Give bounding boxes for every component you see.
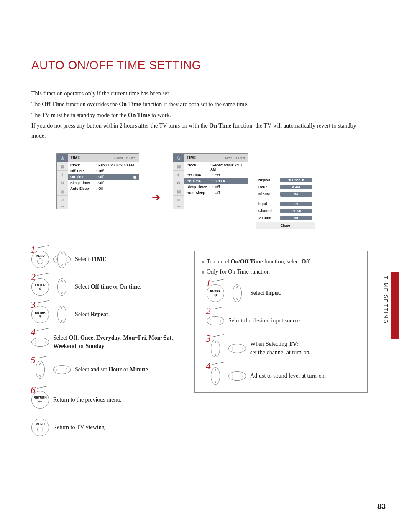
step-3: 3 ENTER⊙ ∧∨ Select Repeat. <box>31 306 190 323</box>
nav-pad-vertical-icon: ∧∨ <box>53 306 71 323</box>
section-tab <box>391 272 399 339</box>
nav-pad-icon: ∧∨〈〉 <box>53 251 71 268</box>
clock-icon: ◷ <box>57 154 68 162</box>
bullet-icon: ■ <box>202 258 204 267</box>
sound-icon: ◎ <box>173 171 184 179</box>
step-2: 2 ENTER⊙ ∧∨ Select Off time or On time. <box>31 278 190 296</box>
input-icon: ⎚ <box>173 196 184 204</box>
osd-title: TIME <box>70 156 80 160</box>
step-5: 5 ∧∨ 〈〉 Select and set Hour or Minute. <box>31 361 190 379</box>
osd-row-highlighted: On Time6:30 A <box>184 178 248 184</box>
option-icon: ❂ <box>173 179 184 187</box>
osd-hint: ✢ Move ⊙ Enter <box>113 156 136 160</box>
usb-icon: ⇥ <box>173 204 184 209</box>
osd-menu-after: ◷ ▦ ◎ ❂ ▤ ⎚ ⇥ TIME ✢ Move ⊙ Enter ClockF… <box>173 153 248 209</box>
notes-box: ■To cancel On/Off Time function, select … <box>194 251 368 393</box>
osd-title: TIME <box>187 156 197 160</box>
menu-button-icon: MENU <box>31 419 49 436</box>
usb-icon: ⇥ <box>57 204 68 209</box>
page-title: AUTO ON/OFF TIME SETTING <box>31 59 368 72</box>
nav-pad-horizontal-icon: 〈〉 <box>228 340 246 357</box>
picture-icon: ▦ <box>57 162 68 171</box>
step-menu-return: MENU Return to TV viewing. <box>31 419 190 436</box>
nav-pad-vertical-icon: ∧∨ <box>228 284 246 302</box>
section-label: TIME SETTING <box>383 276 389 324</box>
osd-hint: ✢ Move ⊙ Enter <box>222 156 245 160</box>
step-4: 4 〈〉 Select Off, Once, Everyday, Mon~Fri… <box>31 333 190 351</box>
option-icon: ❂ <box>57 179 68 187</box>
clock-icon: ◷ <box>173 154 184 162</box>
page-number: 83 <box>377 502 386 511</box>
nav-pad-horizontal-icon: 〈〉 <box>53 361 71 379</box>
osd-menu-before: ◷ ▦ ◎ ❂ ▤ ⎚ ⇥ TIME ✢ Move ⊙ Enter ClockF… <box>56 153 139 209</box>
nav-pad-horizontal-icon: 〈〉 <box>228 367 246 385</box>
sound-icon: ◎ <box>57 171 68 179</box>
lock-icon: ▤ <box>173 187 184 196</box>
input-icon: ⎚ <box>57 196 68 204</box>
divider <box>31 242 368 242</box>
lock-icon: ▤ <box>57 187 68 196</box>
picture-icon: ▦ <box>173 162 184 171</box>
right-step-3: 3 ∧∨ 〈〉 When Selecting TV:set the channe… <box>207 340 361 357</box>
nav-pad-vertical-icon: ∧∨ <box>53 278 71 296</box>
osd-submenu: Repeat◀Once▶ Hour6 AM Minute30 InputTV C… <box>256 176 315 229</box>
intro-text: This function operates only if the curre… <box>31 89 368 141</box>
right-step-1: 1 ENTER⊙ ∧∨ Select Input. <box>207 284 361 302</box>
step-1: 1 MENU ∧∨〈〉 Select TIME. <box>31 251 190 268</box>
osd-row-highlighted: On TimeOff◉ <box>68 174 139 180</box>
right-step-2: 2 〈〉 Select the desired input source. <box>207 312 361 330</box>
right-step-4: 4 ∧∨ 〈〉 Adjust to sound level at turn-on… <box>207 367 361 385</box>
submenu-close: Close <box>256 222 315 229</box>
bullet-icon: ■ <box>202 269 204 277</box>
arrow-icon: ➔ <box>152 192 160 203</box>
step-6: 6 RETURN Return to the previous menu. <box>31 391 190 409</box>
